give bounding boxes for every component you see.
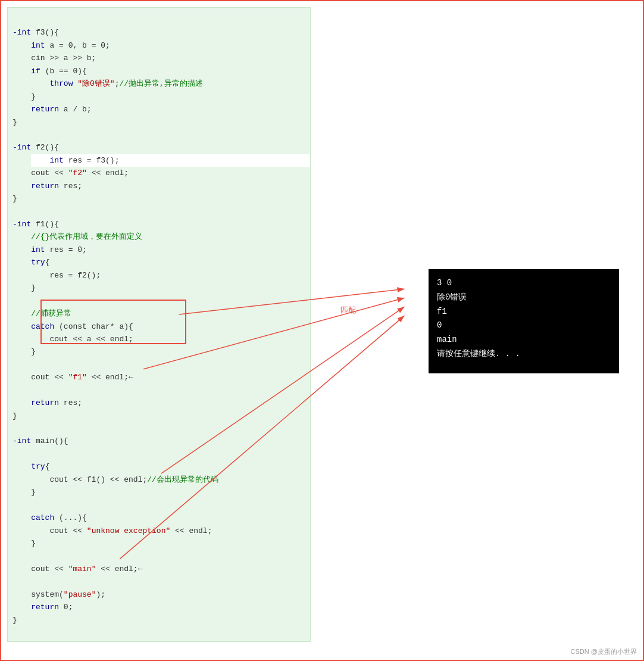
output-terminal: 3 0 除0错误 f1 0 main 请按任意键继续. . . (429, 269, 619, 373)
terminal-line-1: 3 0 (437, 276, 611, 291)
main-container: -int f3(){ int a = 0, b = 0; cin >> a >>… (0, 0, 644, 661)
terminal-line-2: 除0错误 (437, 291, 611, 305)
terminal-line-4: 0 (437, 319, 611, 333)
code-panel: -int f3(){ int a = 0, b = 0; cin >> a >>… (7, 7, 311, 642)
terminal-line-6: 请按任意键继续. . . (437, 347, 611, 361)
terminal-line-5: main (437, 333, 611, 347)
code-content: -int f3(){ int a = 0, b = 0; cin >> a >>… (12, 14, 305, 639)
footer-text: CSDN @皮蛋的小世界 (571, 647, 637, 656)
terminal-line-3: f1 (437, 305, 611, 319)
match-label: 匹配 (340, 305, 356, 316)
